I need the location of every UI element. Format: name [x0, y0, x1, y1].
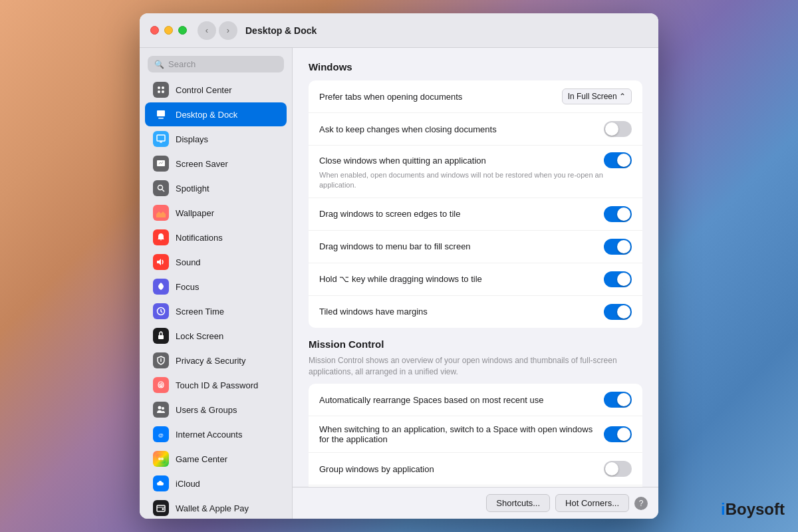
sidebar-item-control-center[interactable]: Control Center [145, 78, 287, 102]
sidebar-item-privacy[interactable]: Privacy & Security [145, 348, 287, 372]
wallpaper-icon [153, 205, 169, 221]
setting-label-hold-option: Hold ⌥ key while dragging windows to til… [319, 274, 604, 284]
setting-row-drag-edges: Drag windows to screen edges to tile [309, 198, 642, 231]
forward-button[interactable]: › [219, 21, 237, 40]
svg-point-18 [158, 406, 162, 410]
sidebar-item-label-icloud: iCloud [176, 479, 200, 489]
system-preferences-window: ‹ › Desktop & Dock 🔍 Control CenterDeskt… [140, 13, 658, 519]
svg-point-3 [162, 90, 164, 93]
hot-corners-button[interactable]: Hot Corners... [555, 494, 629, 512]
toggle-group-windows[interactable] [604, 461, 632, 477]
lock-screen-icon [153, 328, 169, 344]
sidebar-item-label-privacy: Privacy & Security [176, 356, 245, 366]
toggle-knob-hold-option [617, 273, 630, 286]
main-sections-container: WindowsPrefer tabs when opening document… [309, 61, 642, 487]
setting-row-drag-menu-bar: Drag windows to menu bar to fill screen [309, 231, 642, 263]
sidebar-item-touch-id[interactable]: Touch ID & Password [145, 373, 287, 397]
svg-point-16 [160, 358, 162, 359]
toggle-hold-option[interactable] [604, 271, 632, 287]
setting-row-group-windows: Group windows by application [309, 453, 642, 485]
sidebar-item-game-center[interactable]: Game Center [145, 447, 287, 471]
sidebar-item-screen-time[interactable]: Screen Time [145, 299, 287, 323]
internet-icon: @ [153, 426, 169, 442]
setting-label-ask-keep-changes: Ask to keep changes when closing documen… [319, 124, 604, 134]
sidebar-item-label-sound: Sound [176, 257, 201, 267]
search-box[interactable]: 🔍 [148, 56, 284, 72]
svg-point-9 [158, 186, 163, 190]
setting-row-switch-space: When switching to an application, switch… [309, 416, 642, 453]
sidebar: 🔍 Control CenterDesktop & DockDisplaysSc… [140, 48, 293, 519]
toggle-close-windows[interactable] [604, 152, 632, 168]
setting-label-group-windows: Group windows by application [319, 464, 604, 474]
toggle-tiled-margins[interactable] [604, 304, 632, 320]
sidebar-item-wallet[interactable]: Wallet & Apple Pay [145, 496, 287, 519]
sidebar-item-label-focus: Focus [176, 282, 199, 292]
toggle-ask-keep-changes[interactable] [604, 121, 632, 137]
titlebar: ‹ › Desktop & Dock [140, 13, 658, 48]
search-icon: 🔍 [154, 60, 164, 69]
focus-icon [153, 279, 169, 295]
maximize-button[interactable] [178, 26, 187, 35]
sidebar-item-wallpaper[interactable]: Wallpaper [145, 201, 287, 225]
nav-buttons: ‹ › [198, 21, 237, 40]
sidebar-item-focus[interactable]: Focus [145, 275, 287, 299]
sidebar-item-internet[interactable]: @Internet Accounts [145, 422, 287, 446]
sidebar-item-label-control-center: Control Center [176, 85, 232, 95]
sidebar-item-screen-saver[interactable]: Screen Saver [145, 152, 287, 176]
sidebar-item-label-lock-screen: Lock Screen [176, 331, 223, 341]
sidebar-item-notifications[interactable]: Notifications [145, 225, 287, 249]
sidebar-item-label-wallpaper: Wallpaper [176, 208, 214, 218]
svg-rect-6 [157, 135, 165, 141]
toggle-switch-space[interactable] [604, 426, 632, 442]
sidebar-item-label-users: Users & Groups [176, 405, 237, 415]
sidebar-item-users[interactable]: Users & Groups [145, 398, 287, 422]
main-content: WindowsPrefer tabs when opening document… [293, 48, 658, 487]
sidebar-item-desktop-dock[interactable]: Desktop & Dock [145, 102, 287, 126]
window-title: Desktop & Dock [245, 25, 317, 36]
setting-row-auto-rearrange: Automatically rearrange Spaces based on … [309, 384, 642, 416]
toggle-drag-menu-bar[interactable] [604, 239, 632, 255]
sound-icon [153, 254, 169, 270]
sidebar-item-sound[interactable]: Sound [145, 250, 287, 274]
watermark-brand: Boysoft [726, 500, 785, 518]
search-input[interactable] [168, 59, 277, 69]
svg-line-10 [162, 190, 164, 192]
toggle-knob-tiled-margins [617, 305, 630, 319]
users-icon [153, 402, 169, 418]
toggle-drag-edges[interactable] [604, 206, 632, 222]
notifications-icon [153, 229, 169, 245]
section-windows: WindowsPrefer tabs when opening document… [309, 61, 642, 328]
toggle-auto-rearrange[interactable] [604, 392, 632, 408]
help-button[interactable]: ? [634, 497, 648, 510]
section-desc-mission-control: Mission Control shows an overview of you… [309, 355, 642, 378]
sidebar-item-spotlight[interactable]: Spotlight [145, 176, 287, 200]
spotlight-icon [153, 180, 169, 196]
watermark: iBoysoft [721, 500, 785, 519]
setting-desc-close-windows: When enabled, open documents and windows… [319, 170, 632, 191]
back-button[interactable]: ‹ [198, 21, 216, 40]
close-button[interactable] [150, 26, 159, 35]
svg-rect-7 [160, 142, 162, 143]
toggle-knob-switch-space [617, 428, 630, 441]
section-mission-control: Mission ControlMission Control shows an … [309, 338, 642, 487]
setting-row-close-windows: Close windows when quitting an applicati… [309, 146, 642, 198]
setting-label-tiled-margins: Tiled windows have margins [319, 307, 604, 317]
touch-id-icon [153, 377, 169, 393]
minimize-button[interactable] [164, 26, 173, 35]
shortcuts-button[interactable]: Shortcuts... [486, 494, 550, 512]
sidebar-item-lock-screen[interactable]: Lock Screen [145, 324, 287, 348]
sidebar-item-label-internet: Internet Accounts [176, 430, 242, 440]
setting-row-tiled-margins: Tiled windows have margins [309, 296, 642, 328]
displays-icon [153, 131, 169, 147]
svg-point-1 [162, 86, 164, 89]
sidebar-item-label-spotlight: Spotlight [176, 184, 209, 194]
dropdown-prefer-tabs[interactable]: In Full Screen ⌃ [562, 88, 632, 104]
svg-rect-4 [157, 110, 165, 116]
svg-point-23 [158, 458, 161, 460]
sidebar-item-displays[interactable]: Displays [145, 127, 287, 151]
sidebar-item-icloud[interactable]: iCloud [145, 471, 287, 495]
wallet-icon [153, 500, 169, 516]
svg-point-24 [161, 458, 164, 460]
setting-label-drag-menu-bar: Drag windows to menu bar to fill screen [319, 241, 604, 251]
setting-row-prefer-tabs: Prefer tabs when opening documentsIn Ful… [309, 80, 642, 113]
